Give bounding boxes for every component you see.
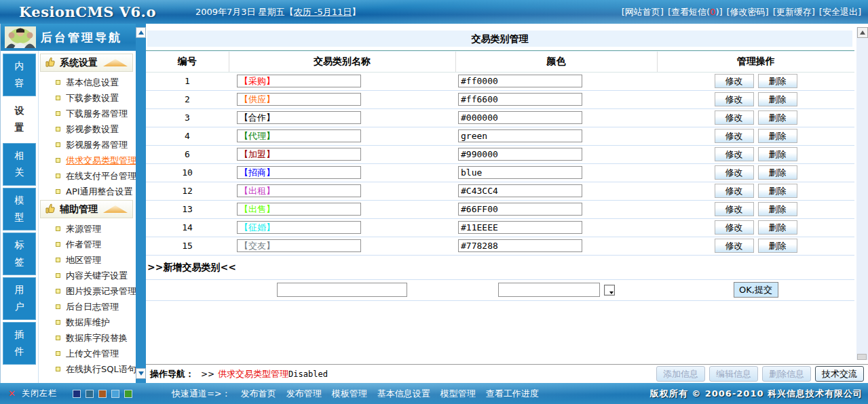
category-name-input[interactable] (237, 203, 361, 216)
edit-button[interactable]: 修改 (715, 184, 754, 198)
menu-item-label[interactable]: 上传文件管理 (66, 348, 119, 360)
category-color-input[interactable] (458, 75, 582, 87)
action-button[interactable]: 技术交流 (815, 366, 864, 382)
edit-button[interactable]: 修改 (715, 147, 754, 161)
sidebar-tab[interactable]: 设置 (3, 98, 36, 141)
menu-item-label[interactable]: 基本信息设置 (66, 77, 119, 89)
category-name-input[interactable] (237, 111, 361, 124)
menu-item-label[interactable]: 作者管理 (66, 239, 101, 251)
category-name-input[interactable] (237, 75, 361, 87)
submit-button[interactable]: OK,提交 (734, 282, 778, 298)
sidebar-menu-item[interactable]: 在线执行SQL语句 (39, 361, 136, 377)
scroll-down-button[interactable] (136, 368, 146, 379)
topbar-link[interactable]: [更新缓存] (773, 6, 815, 18)
menu-item-label[interactable]: 在线执行SQL语句 (66, 363, 136, 376)
category-name-input[interactable] (237, 166, 361, 179)
menu-item-label[interactable]: 供求交易类型管理 (66, 155, 136, 167)
edit-button[interactable]: 修改 (715, 129, 754, 143)
menu-item-label[interactable]: 数据库维护 (66, 317, 110, 329)
menu-item-label[interactable]: 影视参数设置 (66, 123, 119, 136)
category-name-input[interactable] (237, 239, 361, 252)
menu-item-label[interactable]: 来源管理 (66, 223, 101, 235)
category-color-input[interactable] (458, 184, 582, 197)
sidebar-menu-item[interactable]: 下载参数设置 (39, 90, 136, 106)
sidebar-menu-item[interactable]: 来源管理 (39, 221, 136, 237)
topbar-link[interactable]: [安全退出] (819, 6, 861, 18)
new-name-input[interactable] (277, 283, 407, 297)
close-icon[interactable]: ✕ (8, 388, 16, 399)
theme-color-square[interactable] (86, 390, 94, 398)
sidebar-menu-item[interactable]: 影视参数设置 (39, 121, 136, 137)
category-color-input[interactable] (458, 111, 582, 124)
menu-item-label[interactable]: 内容关键字设置 (66, 270, 128, 282)
menu-item-label[interactable]: 图片投票记录管理 (66, 285, 136, 298)
category-color-input[interactable] (458, 221, 582, 234)
quick-link[interactable]: 模型管理 (440, 388, 476, 400)
menu-section-header[interactable]: 系统设置 (40, 54, 133, 72)
delete-button[interactable]: 删除 (758, 110, 797, 125)
category-name-input[interactable] (237, 129, 361, 142)
delete-button[interactable]: 删除 (758, 129, 797, 143)
topbar-link[interactable]: [修改密码] (727, 6, 769, 18)
menu-item-label[interactable]: 后台日志管理 (66, 301, 119, 313)
sidebar-tab[interactable]: 标签 (3, 233, 36, 275)
sidebar-tab[interactable]: 模型 (3, 188, 36, 230)
delete-button[interactable]: 删除 (758, 92, 797, 106)
sidebar-menu-item[interactable]: 影视服务器管理 (39, 137, 136, 153)
sidebar-menu-item[interactable]: 下载服务器管理 (39, 106, 136, 121)
edit-button[interactable]: 修改 (715, 239, 754, 253)
menu-section-header[interactable]: 辅助管理 (40, 200, 133, 218)
delete-button[interactable]: 删除 (758, 220, 797, 235)
collapse-button[interactable] (857, 27, 868, 38)
quick-link[interactable]: 发布首页 (241, 388, 276, 400)
edit-button[interactable]: 修改 (715, 202, 754, 216)
sidebar-menu-item[interactable]: 基本信息设置 (39, 75, 136, 90)
sidebar-menu-item[interactable]: 内容关键字设置 (39, 268, 136, 283)
category-color-input[interactable] (458, 148, 582, 161)
topbar-link[interactable]: [查看短信(0)] (668, 6, 723, 18)
delete-button[interactable]: 删除 (758, 202, 797, 216)
lunar-link[interactable]: 农历 -5月11日 (294, 7, 352, 17)
quick-link[interactable]: 模板管理 (332, 388, 367, 400)
op-current-link[interactable]: 供求交易类型管理 (218, 368, 288, 380)
theme-color-square[interactable] (73, 390, 81, 398)
sidebar-menu-item[interactable]: 数据库字段替换 (39, 330, 136, 346)
delete-button[interactable]: 删除 (758, 239, 797, 253)
menu-item-label[interactable]: 在线支付平台管理 (66, 170, 136, 182)
sidebar-tab[interactable]: 用户 (3, 277, 36, 320)
category-color-input[interactable] (458, 239, 582, 252)
close-left-panel-label[interactable]: 关闭左栏 (22, 388, 57, 399)
theme-color-square[interactable] (111, 390, 119, 398)
sidebar-tab[interactable]: 相关 (3, 143, 36, 186)
menu-item-label[interactable]: 影视服务器管理 (66, 139, 128, 151)
delete-button[interactable]: 删除 (758, 74, 797, 88)
category-name-input[interactable] (237, 93, 361, 106)
menu-item-label[interactable]: 地区管理 (66, 254, 101, 266)
sidebar-menu-item[interactable]: 作者管理 (39, 237, 136, 252)
edit-button[interactable]: 修改 (715, 110, 754, 125)
menu-item-label[interactable]: 数据库字段替换 (66, 332, 128, 344)
category-color-input[interactable] (458, 93, 582, 106)
category-color-input[interactable] (458, 166, 582, 179)
sidebar-menu-item[interactable]: 数据库维护 (39, 315, 136, 330)
category-color-input[interactable] (458, 129, 582, 142)
sidebar-menu-item[interactable]: 地区管理 (39, 252, 136, 268)
menu-item-label[interactable]: API通用整合设置 (66, 186, 133, 198)
scrollbar-thumb[interactable] (857, 354, 867, 360)
delete-button[interactable]: 删除 (758, 147, 797, 161)
category-name-input[interactable] (237, 184, 361, 197)
category-name-input[interactable] (237, 148, 361, 161)
edit-button[interactable]: 修改 (715, 165, 754, 180)
edit-button[interactable]: 修改 (715, 92, 754, 106)
delete-button[interactable]: 删除 (758, 165, 797, 180)
category-name-input[interactable] (237, 221, 361, 234)
sidebar-menu-item[interactable]: 在线支付平台管理 (39, 168, 136, 184)
edit-button[interactable]: 修改 (715, 220, 754, 235)
quick-link[interactable]: 查看工作进度 (486, 388, 539, 400)
theme-color-square[interactable] (124, 390, 132, 398)
sidebar-menu-item[interactable]: 图片投票记录管理 (39, 283, 136, 299)
color-picker-button[interactable] (604, 285, 615, 296)
sidebar-tab[interactable]: 内容 (3, 54, 36, 96)
menu-item-label[interactable]: 下载参数设置 (66, 92, 119, 104)
delete-button[interactable]: 删除 (758, 184, 797, 198)
